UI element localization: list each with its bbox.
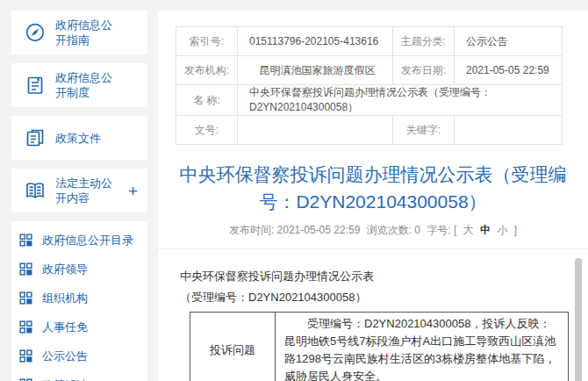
grid-squares-icon (19, 291, 32, 305)
scrollbar-thumb[interactable] (575, 258, 582, 381)
main-content-panel: 索引号: 015113796-202105-413616 主题分类: 公示公告 … (158, 11, 588, 381)
publish-time: 发布时间: 2021-05-05 22:59 (229, 224, 360, 236)
compass-icon (25, 22, 46, 43)
index-number-value: 015113796-202105-413616 (238, 27, 393, 56)
sidebar-item-statutory-disclosure[interactable]: 法定主动公开内容 + (11, 169, 147, 212)
name-label: 名 称: (176, 85, 238, 116)
sidebar-link-public-announcements[interactable]: 公示公告 (19, 341, 147, 370)
sidebar-link-label: 政府领导 (42, 262, 88, 277)
font-size-medium-button[interactable]: 中 (480, 224, 491, 236)
sidebar-link-label: 政策解读 (42, 377, 88, 381)
sidebar-item-disclosure-guide[interactable]: 政府信息公开指南 (11, 11, 147, 54)
grid-squares-icon (19, 262, 32, 276)
document-meta-table: 索引号: 015113796-202105-413616 主题分类: 公示公告 … (176, 26, 563, 145)
font-size-small-button[interactable]: 小 (497, 224, 507, 236)
complaint-issue-label: 投诉问题 (190, 313, 276, 381)
body-subheading: （受理编号：D2YN202104300058） (180, 288, 562, 306)
publish-meta-line: 发布时间: 2021-05-05 22:59 浏览次数: 0 字号: [ 大 中… (158, 223, 588, 238)
publish-date-value: 2021-05-05 22:59 (455, 56, 563, 85)
document-lines-icon (25, 75, 46, 96)
sidebar-item-policy-files[interactable]: 政策文件 (11, 116, 147, 160)
open-book-icon (25, 180, 46, 201)
sidebar-item-label: 政府信息公开指南 (55, 18, 120, 47)
publisher-value: 昆明滇池国家旅游度假区 (238, 56, 393, 85)
grid-squares-icon (19, 320, 32, 334)
table-row: 发布机构: 昆明滇池国家旅游度假区 发布日期: 2021-05-05 22:59 (176, 56, 563, 85)
complaint-table: 投诉问题 受理编号：D2YN202104300058，投诉人反映：昆明地铁5号线… (190, 312, 569, 381)
publish-date-label: 发布日期: (393, 56, 455, 85)
sidebar-link-label: 公示公告 (42, 349, 88, 364)
sidebar-link-policy-interpretation[interactable]: 政策解读 (19, 370, 147, 381)
sidebar-item-label: 政府信息公开制度 (55, 70, 120, 100)
keyword-label: 关键字: (393, 116, 455, 145)
index-number-label: 索引号: (176, 27, 238, 56)
body-heading: 中央环保督察投诉问题办理情况公示表 (180, 267, 562, 285)
grid-squares-icon (19, 234, 32, 247)
sidebar-link-label: 人事任免 (42, 320, 88, 335)
sidebar-item-label: 政策文件 (55, 131, 120, 146)
document-number-value (238, 116, 393, 145)
view-count: 浏览次数: 0 (367, 224, 420, 236)
expand-plus-icon[interactable]: + (128, 183, 138, 199)
sidebar-link-government-leaders[interactable]: 政府领导 (19, 255, 147, 284)
keyword-value (455, 116, 563, 145)
font-size-label: 字号: [ (427, 224, 456, 236)
sidebar-links-panel: 政府信息公开目录 政府领导 (11, 221, 147, 381)
sidebar-item-label: 法定主动公开内容 (55, 176, 120, 205)
page-title: 中央环保督察投诉问题办理情况公示表（受理编号：D2YN202104300058） (158, 161, 588, 215)
table-row: 文号: 关键字: (176, 116, 563, 145)
publisher-label: 发布机构: (176, 56, 238, 85)
grid-squares-icon (19, 349, 32, 363)
sidebar: 政府信息公开指南 政府信息公开制度 政策文件 (11, 11, 147, 381)
complaint-issue-content: 受理编号：D2YN202104300058，投诉人反映：昆明地铁5号线7标段渔户… (276, 313, 569, 381)
name-value: 中央环保督察投诉问题办理情况公示表（受理编号：D2YN202104300058） (238, 85, 563, 116)
document-number-label: 文号: (176, 116, 238, 145)
sidebar-link-disclosure-directory[interactable]: 政府信息公开目录 (19, 226, 147, 255)
sidebar-link-personnel-appointments[interactable]: 人事任免 (19, 313, 147, 341)
sidebar-link-label: 政府信息公开目录 (42, 233, 133, 248)
font-size-large-button[interactable]: 大 (463, 224, 474, 236)
table-row: 名 称: 中央环保督察投诉问题办理情况公示表（受理编号：D2YN20210430… (176, 85, 563, 116)
table-row: 索引号: 015113796-202105-413616 主题分类: 公示公告 (176, 27, 563, 56)
topic-category-label: 主题分类: (393, 27, 455, 56)
sidebar-link-organizations[interactable]: 组织机构 (19, 284, 147, 313)
policy-files-icon (25, 127, 46, 148)
table-row: 投诉问题 受理编号：D2YN202104300058，投诉人反映：昆明地铁5号线… (190, 313, 569, 381)
sidebar-link-label: 组织机构 (42, 291, 88, 306)
article-body: 中央环保督察投诉问题办理情况公示表 （受理编号：D2YN202104300058… (158, 248, 588, 381)
sidebar-item-disclosure-system[interactable]: 政府信息公开制度 (11, 63, 147, 107)
font-size-bracket-close: ] (514, 224, 517, 236)
topic-category-value: 公示公告 (455, 27, 563, 56)
